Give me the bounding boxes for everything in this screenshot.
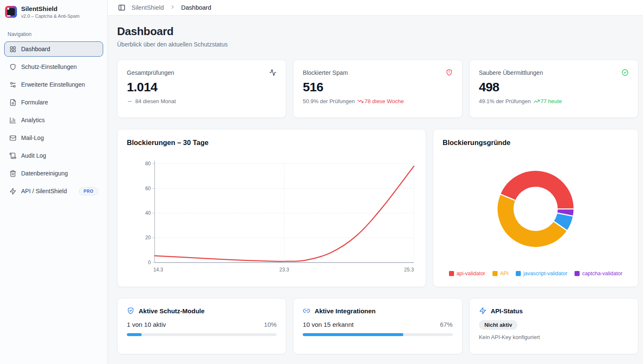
- topbar: SilentShield Dashboard: [108, 0, 643, 16]
- modules-status: 1 von 10 aktiv: [127, 321, 166, 328]
- sidebar-item-audit-log[interactable]: Audit Log: [4, 148, 103, 163]
- stat-label: Saubere Übermittlungen: [479, 69, 543, 76]
- trending-up-icon: [534, 98, 540, 104]
- modules-progress-fill: [127, 333, 142, 336]
- trend-text: 78 diese Woche: [364, 98, 404, 104]
- pro-badge: PRO: [79, 187, 98, 195]
- integrations-progress-fill: [303, 333, 403, 336]
- schutz-module-card: Aktive Schutz-Module 1 von 10 aktiv 10%: [117, 298, 286, 354]
- legend-item-captcha-validator[interactable]: captcha-validator: [575, 271, 622, 276]
- integrations-status: 10 von 15 erkannt: [303, 321, 353, 328]
- breadcrumb-root[interactable]: SilentShield: [131, 4, 164, 11]
- donut-legend: api-validatorAPIjavascript-validatorcapt…: [443, 271, 629, 277]
- line-chart-title: Blockierungen – 30 Tage: [127, 139, 416, 147]
- main-area: SilentShield Dashboard Dashboard Überbli…: [108, 0, 643, 364]
- sidebar-item-label: Audit Log: [21, 152, 46, 159]
- integrationen-card: Aktive Integrationen 10 von 15 erkannt 6…: [293, 298, 462, 354]
- shield-icon: [9, 63, 16, 71]
- api-status-note: Kein API-Key konfiguriert: [479, 334, 629, 340]
- shield-alert-icon: [446, 69, 453, 76]
- app-version: v2.0 – Captcha & Anti-Spam: [21, 14, 79, 19]
- bar-chart-icon: [9, 117, 16, 124]
- donut-chart-title: Blockierungsgründe: [443, 139, 629, 147]
- file-text-icon: [9, 99, 16, 106]
- zap-icon: [479, 307, 487, 315]
- stat-subtext: 49.1% der Prüfungen: [479, 98, 531, 104]
- sidebar-item-label: Schutz-Einstellungen: [21, 63, 77, 70]
- api-status-card: API-Status Nicht aktiv Kein API-Key konf…: [469, 298, 638, 354]
- sidebar-item-api-silentshield[interactable]: API / SilentShield PRO: [4, 183, 103, 199]
- stats-row: Gesamtprüfungen 1.014 84 diesen Monat Bl…: [117, 60, 638, 118]
- stat-card-blockierter-spam: Blockierter Spam 516 50.9% der Prüfungen…: [293, 60, 462, 118]
- stat-card-gesamtpruefungen: Gesamtprüfungen 1.014 84 diesen Monat: [117, 60, 286, 118]
- app-logo: [5, 6, 17, 18]
- sidebar-item-label: Mail-Log: [21, 134, 44, 141]
- stat-value: 516: [303, 80, 452, 94]
- svg-text:23.3: 23.3: [279, 267, 290, 273]
- mail-icon: [9, 134, 16, 142]
- sidebar-item-analytics[interactable]: Analytics: [4, 112, 103, 128]
- minus-icon: [127, 99, 133, 104]
- logo-dot: [7, 8, 9, 10]
- scroll-icon: [9, 152, 16, 159]
- mini-card-title: API-Status: [491, 307, 523, 315]
- svg-text:20: 20: [145, 235, 151, 241]
- legend-item-api-validator[interactable]: api-validator: [449, 271, 485, 276]
- sidebar-item-label: Datenbereinigung: [21, 170, 68, 177]
- status-row: Aktive Schutz-Module 1 von 10 aktiv 10% …: [117, 298, 638, 354]
- stat-value: 498: [479, 80, 629, 94]
- legend-swatch: [493, 271, 498, 276]
- sidebar-item-formulare[interactable]: Formulare: [4, 95, 103, 110]
- donut-chart: [443, 156, 629, 261]
- legend-label: api-validator: [457, 271, 485, 276]
- trend-up: 77 heute: [534, 98, 562, 104]
- svg-text:40: 40: [145, 210, 151, 216]
- stat-subtext: 50.9% der Prüfungen: [303, 98, 355, 104]
- dashboard-grid-icon: [9, 46, 16, 53]
- activity-icon: [269, 69, 276, 76]
- stat-card-saubere-uebermittlungen: Saubere Übermittlungen 498 49.1% der Prü…: [469, 60, 638, 118]
- sidebar-item-label: API / SilentShield: [21, 188, 67, 194]
- charts-row: Blockierungen – 30 Tage 02040608014.323.…: [117, 129, 638, 287]
- api-status-badge: Nicht aktiv: [479, 320, 518, 330]
- sidebar-item-label: Analytics: [21, 117, 45, 123]
- link-icon: [303, 307, 310, 315]
- shield-check-icon: [127, 307, 134, 315]
- legend-label: API: [500, 271, 509, 276]
- svg-text:60: 60: [145, 186, 151, 192]
- legend-swatch: [575, 271, 580, 276]
- trash-icon: [9, 170, 16, 177]
- svg-text:14.3: 14.3: [153, 267, 164, 273]
- line-chart-card: Blockierungen – 30 Tage 02040608014.323.…: [117, 129, 426, 287]
- sidebar-item-erweiterte-einstellungen[interactable]: Erweiterte Einstellungen: [4, 77, 103, 92]
- sidebar-item-schutz-einstellungen[interactable]: Schutz-Einstellungen: [4, 59, 103, 74]
- svg-text:0: 0: [148, 260, 151, 265]
- breadcrumb-current: Dashboard: [181, 4, 211, 11]
- sidebar-toggle-icon[interactable]: [118, 4, 126, 11]
- legend-swatch: [516, 271, 521, 276]
- stat-label: Gesamtprüfungen: [127, 69, 174, 76]
- sidebar-item-dashboard[interactable]: Dashboard: [4, 41, 103, 57]
- legend-item-javascript-validator[interactable]: javascript-validator: [516, 271, 567, 276]
- legend-label: javascript-validator: [523, 271, 567, 276]
- sidebar-item-datenbereinigung[interactable]: Datenbereinigung: [4, 166, 103, 181]
- sidebar-item-label: Dashboard: [21, 46, 50, 52]
- legend-item-API[interactable]: API: [493, 271, 509, 276]
- brand: SilentShield v2.0 – Captcha & Anti-Spam: [4, 5, 103, 19]
- zap-icon: [9, 188, 16, 195]
- integrations-percent: 67%: [440, 321, 453, 328]
- page-subtitle: Überblick über den aktuellen Schutzstatu…: [117, 41, 638, 48]
- modules-percent: 10%: [264, 321, 276, 328]
- logo-bar: [7, 15, 11, 16]
- donut-chart-card: Blockierungsgründe api-validatorAPIjavas…: [433, 129, 638, 287]
- svg-text:25.3: 25.3: [404, 267, 414, 273]
- line-chart: 02040608014.323.325.3: [127, 153, 416, 277]
- app-window: SilentShield v2.0 – Captcha & Anti-Spam …: [0, 0, 643, 364]
- sidebar-item-mail-log[interactable]: Mail-Log: [4, 130, 103, 145]
- stat-subtext: 84 diesen Monat: [135, 98, 176, 104]
- trending-down-icon: [357, 98, 364, 104]
- sidebar-item-label: Formulare: [21, 99, 48, 106]
- mini-card-title: Aktive Schutz-Module: [139, 307, 205, 315]
- sidebar: SilentShield v2.0 – Captcha & Anti-Spam …: [0, 0, 108, 364]
- page-content: Dashboard Überblick über den aktuellen S…: [108, 16, 643, 364]
